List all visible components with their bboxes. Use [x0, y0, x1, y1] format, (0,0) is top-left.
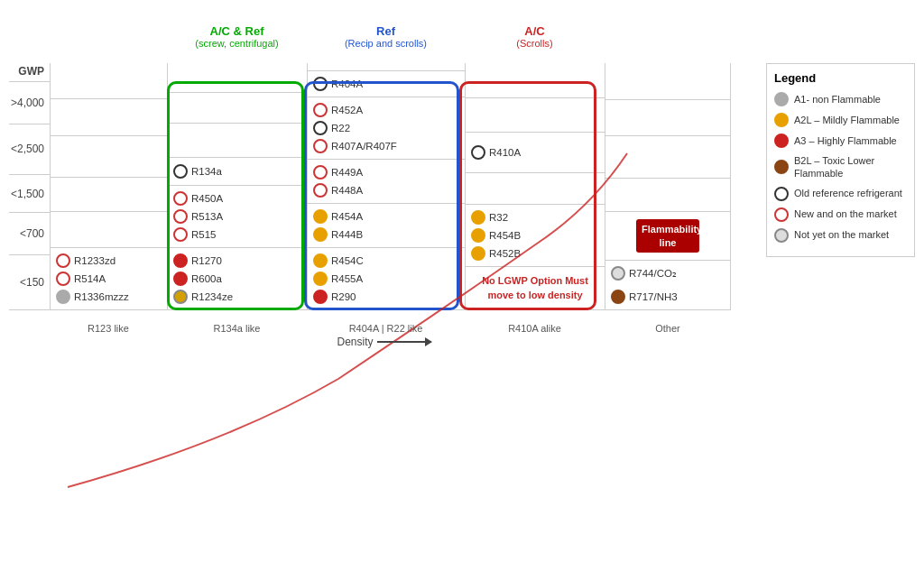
ref-header: Ref (Recip and scrolls)	[307, 24, 465, 49]
r1336mzzz-circle	[56, 290, 70, 304]
legend-title: Legend	[774, 71, 907, 85]
legend-b2l: B2L – Toxic Lower Flammable	[774, 154, 907, 180]
legend-not-yet-label: Not yet on the market	[794, 228, 889, 241]
bottom-r404a: R404A | R22 like	[307, 323, 465, 334]
r450a-circle	[173, 191, 188, 206]
legend-not-yet: Not yet on the market	[774, 228, 907, 243]
r404a-1500: R449A R448A	[307, 159, 465, 203]
r134a-2500	[167, 123, 307, 157]
legend-a2l-circle	[774, 113, 789, 127]
r1233zd-circle	[56, 253, 70, 268]
main-container: A/C & Ref (screw, centrifugal) Ref (Reci…	[0, 0, 924, 571]
r513a-circle	[173, 209, 188, 224]
legend-b2l-circle	[774, 160, 789, 174]
r444b-item: R444B	[313, 227, 459, 242]
legend-old-ref-label: Old reference refrigerant	[794, 187, 902, 199]
chart-area: A/C & Ref (screw, centrifugal) Ref (Reci…	[9, 9, 915, 562]
r515-circle	[173, 227, 188, 242]
r717-circle	[611, 290, 625, 304]
grid-section: A/C & Ref (screw, centrifugal) Ref (Reci…	[9, 9, 759, 562]
r404a-2500: R452A R22 R407A/R407F	[307, 97, 465, 159]
r454a-item: R454A	[313, 209, 459, 224]
r290-circle	[313, 290, 328, 304]
r1270-item: R1270	[173, 253, 301, 268]
r410a-2500: R410A	[465, 132, 605, 172]
other-4000	[605, 99, 731, 136]
r454c-item: R454C	[313, 253, 459, 268]
other-header-cell	[605, 63, 731, 99]
legend-b2l-label: B2L – Toxic Lower Flammable	[794, 154, 907, 180]
r134a-700: R450A R513A R515	[167, 185, 307, 247]
r22-item: R22	[313, 121, 459, 135]
bottom-labels: R123 like R134a like R404A | R22 like R4…	[50, 323, 731, 334]
density-arrow	[377, 341, 431, 343]
r410a-header-cell	[465, 63, 605, 97]
r452b-circle	[471, 246, 485, 261]
r449a-item: R449A	[313, 165, 459, 180]
r123-4000	[50, 98, 167, 134]
data-columns: R1233zd R514A R1336mzzz	[50, 63, 759, 310]
r514a-circle	[56, 272, 70, 286]
bottom-other: Other	[605, 323, 731, 334]
legend-not-yet-circle	[774, 228, 789, 243]
r448a-item: R448A	[313, 183, 459, 198]
legend-new-market-circle	[774, 207, 789, 222]
bottom-r134a: R134a like	[167, 323, 307, 334]
legend-new-market-label: New and on the market	[794, 207, 897, 220]
r514a-item: R514A	[56, 272, 162, 286]
r404a-150: R454C R455A R290	[307, 247, 465, 310]
gwp-4000: >4,000	[9, 81, 50, 124]
legend-a1-label: A1- non Flammable	[794, 93, 881, 106]
density-row: Density	[9, 336, 759, 348]
r410a-column: R410A R32 R45	[465, 63, 605, 310]
legend-a3-label: A3 – Highly Flammable	[794, 134, 897, 147]
r134a-4000	[167, 92, 307, 122]
gwp-label-top: GWP	[9, 63, 50, 81]
r452a-item: R452A	[313, 103, 459, 117]
r404a-header-cell	[307, 63, 465, 70]
legend-a3-circle	[774, 134, 789, 148]
r1270-circle	[173, 253, 188, 268]
r448a-circle	[313, 183, 328, 198]
chart-wrapper: GWP >4,000 <2,500 <1,500 <700 <150	[9, 63, 759, 310]
r290-item: R290	[313, 290, 459, 304]
gwp-150: <150	[9, 254, 50, 310]
legend-a2l-label: A2L – Mildly Flammable	[794, 114, 900, 126]
r513a-item: R513A	[173, 209, 301, 224]
r744-circle	[611, 266, 625, 281]
flammability-label: Flammability line	[636, 219, 699, 253]
legend-a1: A1- non Flammable	[774, 92, 907, 106]
r450a-item: R450A	[173, 191, 301, 206]
gwp-1500: <1,500	[9, 174, 50, 212]
other-700: Flammability line	[605, 211, 731, 260]
r404a-4000: R404A	[307, 70, 465, 97]
r134a-150: R1270 R600a R1234ze	[167, 247, 307, 310]
r123-700	[50, 211, 167, 247]
density-label: Density	[337, 336, 373, 348]
r1234ze-circle	[173, 290, 188, 304]
legend-a1-circle	[774, 92, 789, 106]
r454a-circle	[313, 209, 328, 224]
r410a-circle	[471, 145, 485, 160]
other-1500	[605, 178, 731, 211]
r744-item: R744/CO₂	[611, 266, 725, 281]
bottom-r410a: R410A alike	[465, 323, 605, 334]
ac-ref-header: A/C & Ref (screw, centrifugal)	[167, 24, 307, 49]
gwp-column: GWP >4,000 <2,500 <1,500 <700 <150	[9, 63, 50, 310]
r452a-circle	[313, 103, 328, 117]
r22-circle	[313, 121, 328, 135]
r407-circle	[313, 139, 328, 153]
r123-150: R1233zd R514A R1336mzzz	[50, 247, 167, 310]
r123-2500	[50, 135, 167, 178]
r410a-150: No LGWP Option Must move to low density	[465, 266, 605, 310]
r1234ze-item: R1234ze	[173, 290, 301, 304]
other-2500	[605, 135, 731, 178]
r717-item: R717/NH3	[611, 290, 725, 304]
other-150: R744/CO₂ R717/NH3	[605, 260, 731, 310]
r407-item: R407A/R407F	[313, 139, 459, 153]
r404a-column: R404A R452A R22	[307, 63, 465, 310]
column-headers: A/C & Ref (screw, centrifugal) Ref (Reci…	[9, 9, 759, 63]
r515-item: R515	[173, 227, 301, 242]
r404a-700: R454A R444B	[307, 203, 465, 247]
r123-header-cell	[50, 63, 167, 98]
